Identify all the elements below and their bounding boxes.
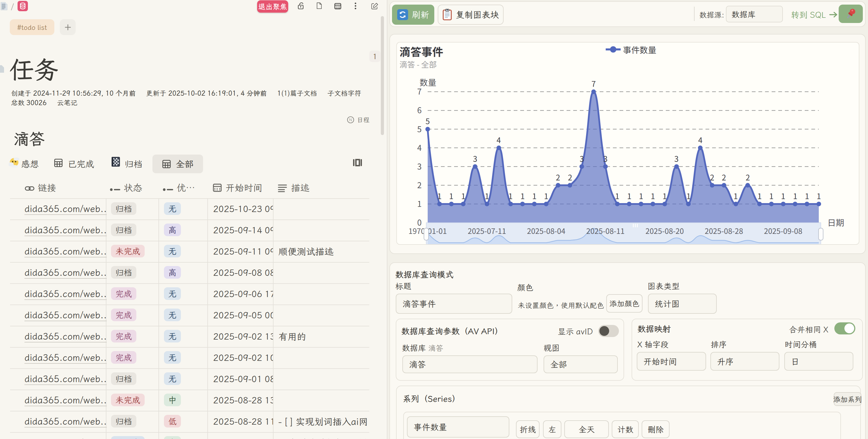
svg-text:1: 1 [651,190,655,201]
svg-text:1: 1 [663,190,667,201]
svg-text:4: 4 [698,134,703,145]
svg-text:1: 1 [757,190,762,201]
svg-text:7: 7 [592,78,596,89]
svg-text:3: 3 [417,160,422,172]
svg-text:1: 1 [532,190,537,201]
svg-text:N: N [349,117,352,123]
svg-text:4: 4 [417,142,422,153]
svg-text:1: 1 [485,190,489,201]
svg-text:1: 1 [508,190,513,201]
svg-text:5: 5 [417,123,422,134]
svg-text:1: 1 [627,190,631,201]
svg-text:2: 2 [417,179,422,191]
svg-text:2: 2 [556,171,560,183]
svg-text:3: 3 [675,153,679,164]
svg-text:1: 1 [461,190,466,201]
svg-text:2025-08-20: 2025-08-20 [645,225,684,236]
svg-text:1: 1 [639,190,643,201]
svg-text:1: 1 [615,190,620,201]
svg-text:6: 6 [417,104,422,115]
svg-text:1: 1 [817,190,821,201]
svg-text:1: 1 [449,190,454,201]
svg-text:1: 1 [734,190,738,201]
svg-text:1: 1 [544,190,549,201]
svg-text:1: 1 [769,190,774,201]
svg-text:2: 2 [746,171,750,183]
svg-text:4: 4 [497,134,501,145]
svg-text:2: 2 [710,171,714,183]
svg-text:1: 1 [437,190,442,201]
svg-text:2: 2 [722,171,726,183]
svg-text:1: 1 [793,190,798,201]
svg-text:2025-08-04: 2025-08-04 [527,225,565,236]
svg-text:3: 3 [603,153,608,164]
svg-text:1: 1 [781,190,785,201]
svg-text:日期: 日期 [828,216,844,228]
svg-text:1: 1 [417,198,422,209]
svg-text:2025-09-08: 2025-09-08 [764,225,802,236]
svg-text:2: 2 [568,171,572,183]
svg-text:数量: 数量 [420,76,436,88]
svg-text:3: 3 [580,153,584,164]
svg-text:3: 3 [473,153,477,164]
svg-text:1: 1 [521,190,525,201]
svg-text:2025-08-11: 2025-08-11 [586,225,624,236]
svg-text:2025-07-11: 2025-07-11 [468,225,506,236]
svg-text:5: 5 [426,115,430,126]
svg-text:1: 1 [805,190,809,201]
svg-text:1: 1 [686,190,691,201]
svg-text:2025-08-28: 2025-08-28 [705,225,743,236]
